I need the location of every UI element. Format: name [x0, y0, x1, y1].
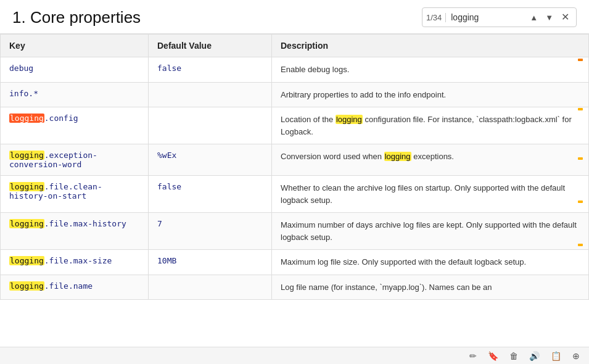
- default-cell: [149, 275, 272, 300]
- key-cell: logging.file.clean-history-on-start: [1, 176, 149, 213]
- key-suffix: .file.max-history: [44, 219, 126, 228]
- default-cell: false: [149, 57, 272, 83]
- table-row: logging.file.max-size 10MB Maximum log f…: [1, 250, 589, 275]
- key-suffix: .file.max-size: [44, 256, 112, 265]
- desc-cell: Whether to clean the archive log files o…: [272, 176, 589, 213]
- properties-table: Key Default Value Description debug fals…: [0, 34, 589, 300]
- search-close-button[interactable]: ✕: [558, 11, 572, 23]
- desc-cell: Location of the logging configuration fi…: [272, 107, 589, 144]
- default-cell: 7: [149, 213, 272, 250]
- key-highlight-yellow: logging: [9, 151, 44, 160]
- key-highlight-yellow: logging: [9, 281, 44, 291]
- scroll-marker: [578, 201, 583, 203]
- key-cell: logging.file.name: [1, 275, 149, 300]
- key-suffix: .file.name: [44, 281, 93, 291]
- default-cell: false: [149, 176, 272, 213]
- search-prev-button[interactable]: ▲: [527, 12, 540, 23]
- scroll-marker: [578, 157, 583, 160]
- key-cell: logging.config: [1, 107, 149, 144]
- desc-highlight: logging: [336, 115, 363, 124]
- toolbar-audio-button[interactable]: 🔊: [526, 350, 543, 362]
- key-cell: logging.exception-conversion-word: [1, 144, 149, 176]
- search-next-button[interactable]: ▼: [543, 12, 556, 23]
- table-row: logging.file.max-history 7 Maximum numbe…: [1, 213, 589, 250]
- key-highlight-yellow: logging: [9, 182, 44, 191]
- table-row: info.* Arbitrary properties to add to th…: [1, 82, 589, 107]
- col-header-key: Key: [1, 35, 149, 57]
- table-row: debug false Enable debug logs.: [1, 57, 589, 83]
- toolbar-delete-button[interactable]: 🗑: [506, 350, 521, 362]
- table-container: Key Default Value Description debug fals…: [0, 34, 589, 364]
- desc-cell: Arbitrary properties to add to the info …: [272, 82, 589, 107]
- table-row: logging.file.clean-history-on-start fals…: [1, 176, 589, 213]
- toolbar-copy-button[interactable]: 📋: [548, 350, 564, 362]
- scroll-marker: [578, 244, 583, 246]
- col-header-default: Default Value: [149, 35, 272, 57]
- key-cell: logging.file.max-size: [1, 250, 149, 275]
- page-title: 1. Core properties: [12, 8, 141, 27]
- default-cell: %wEx: [149, 144, 272, 176]
- toolbar-bookmark-button[interactable]: 🔖: [485, 350, 501, 362]
- key-cell: info.*: [1, 82, 149, 107]
- scroll-markers: [575, 34, 583, 364]
- col-header-description: Description: [272, 35, 589, 57]
- search-count: 1/34: [426, 13, 446, 22]
- toolbar-edit-button[interactable]: ✏: [466, 350, 480, 362]
- table-row: logging.exception-conversion-word %wEx C…: [1, 144, 589, 176]
- key-highlight-yellow: logging: [9, 256, 44, 265]
- default-cell: [149, 82, 272, 107]
- toolbar-add-button[interactable]: ⊕: [569, 350, 583, 362]
- key-cell: logging.file.max-history: [1, 213, 149, 250]
- desc-cell: Maximum log file size. Only supported wi…: [272, 250, 589, 275]
- key-highlight-orange: logging: [9, 114, 44, 123]
- search-input[interactable]: [451, 12, 525, 22]
- key-cell: debug: [1, 57, 149, 83]
- default-cell: 10MB: [149, 250, 272, 275]
- bottom-toolbar: ✏ 🔖 🗑 🔊 📋 ⊕: [0, 347, 589, 364]
- scroll-marker: [578, 59, 583, 61]
- desc-cell: Log file name (for instance, `myapp.log`…: [272, 275, 589, 300]
- desc-cell: Maximum number of days archive log files…: [272, 213, 589, 250]
- key-suffix: .config: [44, 114, 78, 123]
- desc-cell: Conversion word used when logging except…: [272, 144, 589, 176]
- page-header: 1. Core properties 1/34 ▲ ▼ ✕: [0, 0, 589, 34]
- desc-highlight: logging: [384, 152, 411, 161]
- search-bar: 1/34 ▲ ▼ ✕: [422, 7, 577, 27]
- default-cell: [149, 107, 272, 144]
- scroll-marker: [578, 108, 583, 110]
- key-highlight-yellow: logging: [9, 219, 44, 228]
- table-row: logging.config Location of the logging c…: [1, 107, 589, 144]
- desc-cell: Enable debug logs.: [272, 57, 589, 83]
- table-row: logging.file.name Log file name (for ins…: [1, 275, 589, 300]
